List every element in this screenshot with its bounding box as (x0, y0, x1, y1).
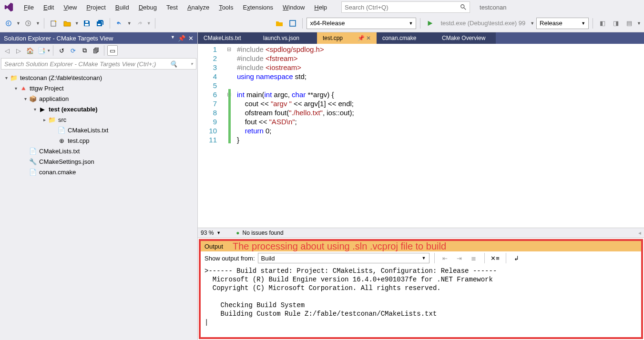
collapse-icon[interactable]: ⧉ (79, 45, 90, 56)
scroll-indicator: ◂ (638, 230, 641, 236)
tab-conan-cmake[interactable]: conan.cmake (377, 32, 436, 44)
show-all-icon[interactable]: 🗐 (91, 45, 101, 56)
code-editor[interactable]: 1234567891011 ⊟⊟ #include <spdlog/spdlog… (198, 44, 644, 228)
close-icon[interactable]: 📌 ✕ (358, 35, 371, 41)
file-icon: 📄 (29, 148, 37, 155)
save-button[interactable] (81, 18, 92, 29)
output-title-bar: Output The processing about using .sln .… (201, 241, 641, 251)
menu-file[interactable]: File (19, 2, 39, 13)
menu-edit[interactable]: Edit (39, 2, 59, 13)
tree-item[interactable]: 🔧CMakeSettings.json (0, 156, 197, 167)
search-input[interactable] (345, 4, 454, 11)
svg-point-0 (461, 5, 464, 8)
sidebar-title-bar: Solution Explorer - CMake Targets View ▼… (0, 32, 197, 44)
output-clear-icon[interactable]: ≣ (468, 252, 480, 264)
properties-icon[interactable]: ▭ (107, 45, 118, 56)
solution-view-button[interactable] (287, 18, 298, 29)
sb-back-button[interactable]: ◁ (2, 45, 12, 56)
sb-fwd-button[interactable]: ▷ (13, 45, 24, 56)
svg-rect-7 (98, 24, 101, 25)
zoom-level[interactable]: 93 % (201, 230, 214, 236)
issues-text: No issues found (243, 230, 284, 236)
menu-project[interactable]: Project (82, 2, 110, 13)
tree-item[interactable]: ▾📦application (0, 93, 197, 104)
chevron-down-icon[interactable]: ▼ (127, 21, 132, 26)
main-toolbar: ▼ ▼ ▼ ▼ ▼ x64-Release▼ testd.exe (Debug\… (0, 14, 644, 32)
file-tree: ▾📁testconan (Z:\fable\testconan)▾🔺tttgw … (0, 70, 197, 340)
config-dropdown[interactable]: x64-Release▼ (307, 18, 416, 29)
menubar: FileEditViewProjectBuildDebugTestAnalyze… (0, 0, 644, 14)
tree-item[interactable]: 📄CMakeLists.txt (0, 146, 197, 156)
close-icon[interactable]: ✕ (188, 35, 194, 42)
undo-button[interactable] (114, 18, 125, 29)
release-dropdown[interactable]: Release▼ (536, 18, 589, 29)
home-icon[interactable]: 🏠 (25, 45, 35, 56)
chevron-down-icon[interactable]: ▼ (75, 21, 79, 26)
tree-item[interactable]: ▸📁src (0, 114, 197, 125)
menu-test[interactable]: Test (162, 2, 183, 13)
chevron-down-icon[interactable]: ▼ (637, 21, 641, 26)
back-button[interactable] (3, 18, 14, 29)
tree-item[interactable]: ⊕test.cpp (0, 135, 197, 146)
tree-item[interactable]: ▾📁testconan (Z:\fable\testconan) (0, 72, 197, 83)
quick-search[interactable] (341, 1, 470, 13)
app-icon: 📦 (29, 95, 37, 102)
menu-analyze[interactable]: Analyze (183, 2, 214, 13)
pin-icon[interactable]: 📌 (178, 35, 185, 42)
tool-a-button[interactable]: ◧ (597, 18, 608, 29)
forward-button[interactable] (22, 18, 34, 29)
chevron-down-icon[interactable]: ▼ (16, 21, 20, 26)
dropdown-icon[interactable]: ▼ (171, 35, 175, 42)
chevron-down-icon[interactable]: ▾ (191, 61, 193, 66)
output-clear-all-icon[interactable]: ✕≡ (490, 252, 501, 264)
svg-rect-5 (85, 24, 89, 26)
menu-help[interactable]: Help (309, 2, 332, 13)
tab-test-cpp[interactable]: test.cpp📌 ✕ (317, 32, 377, 44)
cpp-icon: ⊕ (57, 137, 66, 144)
chevron-down-icon[interactable]: ▼ (36, 21, 40, 26)
code-content[interactable]: #include <spdlog/spdlog.h>#include <fstr… (233, 44, 358, 228)
folder-icon: 📁 (48, 116, 56, 123)
output-source-dropdown[interactable]: Build▼ (258, 253, 429, 263)
switch-view-button[interactable]: 📑 (36, 45, 47, 56)
open-button[interactable] (61, 18, 73, 29)
tab-cmake-overview[interactable]: CMake Overview (436, 32, 496, 44)
output-prev-icon[interactable]: ⇤ (440, 252, 451, 264)
menu-view[interactable]: View (59, 2, 82, 13)
line-gutter: 1234567891011 (198, 44, 225, 228)
svg-point-2 (6, 20, 11, 26)
sidebar-search[interactable]: Search Solution Explorer - CMake Targets… (1, 58, 196, 70)
run-target: testd.exe (Debug\testd.exe) 99 (440, 20, 525, 27)
tool-b-button[interactable]: ◨ (610, 18, 622, 29)
output-text[interactable]: >------ Build started: Project: CMakeLis… (201, 265, 641, 337)
tab-cmakelists-txt[interactable]: CMakeLists.txt (198, 32, 257, 44)
tab-launch-vs-json[interactable]: launch.vs.json (257, 32, 317, 44)
run-button[interactable] (424, 18, 436, 29)
file-icon: 📄 (57, 127, 66, 134)
chevron-down-icon[interactable]: ▼ (216, 230, 221, 235)
folder-icon: 📁 (10, 74, 18, 81)
tree-item[interactable]: 📄CMakeLists.txt (0, 125, 197, 135)
tree-item[interactable]: 📄conan.cmake (0, 167, 197, 177)
new-button[interactable] (48, 18, 60, 29)
menu-window[interactable]: Window (278, 2, 309, 13)
menu-tools[interactable]: Tools (214, 2, 238, 13)
sync-icon[interactable]: ↺ (56, 45, 67, 56)
output-wrap-icon[interactable]: ↲ (511, 252, 522, 264)
menu-debug[interactable]: Debug (134, 2, 162, 13)
folder-view-button[interactable] (274, 18, 285, 29)
svg-rect-6 (85, 21, 88, 23)
refresh-icon[interactable]: ⟳ (68, 45, 78, 56)
output-panel: Output The processing about using .sln .… (199, 239, 643, 339)
json-icon: 🔧 (29, 158, 37, 165)
tool-c-button[interactable]: ▤ (624, 18, 635, 29)
chevron-down-icon[interactable]: ▼ (147, 21, 151, 26)
tree-item[interactable]: ▾▶test (executable) (0, 104, 197, 114)
menu-extensions[interactable]: Extensions (238, 2, 278, 13)
menu-build[interactable]: Build (111, 2, 134, 13)
vs-logo-icon (2, 0, 15, 14)
output-next-icon[interactable]: ⇥ (454, 252, 465, 264)
tree-item[interactable]: ▾🔺tttgw Project (0, 83, 197, 93)
save-all-button[interactable] (94, 18, 106, 29)
redo-button[interactable] (133, 18, 145, 29)
